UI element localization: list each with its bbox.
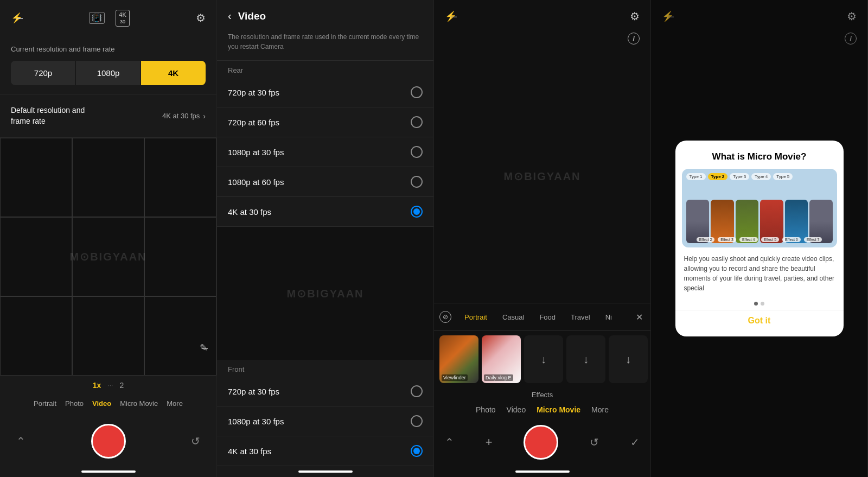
mode-item-photo[interactable]: Photo — [65, 399, 84, 408]
download-icon: ↓ — [541, 353, 546, 366]
filter-travel[interactable]: Travel — [563, 310, 598, 325]
rear-1080p-60fps-radio[interactable] — [411, 176, 423, 188]
modal-title: What is Micro Movie? — [675, 141, 844, 169]
watermark: M⊙BIGYAAN — [286, 287, 363, 300]
mode-item-more[interactable]: More — [167, 399, 183, 408]
flash-off-icon3[interactable]: ⚡̶ — [445, 10, 457, 22]
rear-720p-30fps-radio[interactable] — [411, 86, 423, 98]
modal-image-area: Type 1 Type 2 Type 3 Type 4 Type 5 — [682, 169, 837, 247]
type-tag-3[interactable]: Type 3 — [730, 173, 749, 180]
front-720p-30fps-radio[interactable] — [411, 385, 423, 397]
info-row: i — [434, 33, 650, 50]
info-icon[interactable]: i — [628, 33, 640, 44]
check-icon[interactable]: ✓ — [630, 436, 640, 449]
filter-casual[interactable]: Casual — [495, 310, 532, 325]
mode3-photo[interactable]: Photo — [476, 405, 496, 414]
rear-720p-30fps-option[interactable]: 720p at 30 fps — [217, 78, 433, 107]
flip-camera-icon[interactable]: ↺ — [191, 435, 200, 448]
panel2-header: ‹ Video — [217, 0, 433, 32]
phone-screen-6 — [809, 200, 833, 243]
mode-item-micromovie[interactable]: Micro Movie — [120, 399, 158, 408]
rear-1080p-30fps-radio[interactable] — [411, 146, 423, 158]
zoom-number[interactable]: 2 — [119, 381, 124, 390]
rear-4k-30fps-label: 4K at 30 fps — [228, 207, 271, 217]
type-tag-5[interactable]: Type 5 — [773, 173, 793, 180]
mode-item-portrait[interactable]: Portrait — [34, 399, 56, 408]
settings-icon[interactable]: ⚙ — [196, 11, 206, 24]
front-720p-30fps-option[interactable]: 720p at 30 fps — [217, 377, 433, 406]
thumbnail-download-2[interactable]: ↓ — [566, 335, 605, 383]
rear-4k-30fps-radio[interactable] — [411, 206, 423, 218]
rear-1080p-60fps-option[interactable]: 1080p at 60 fps — [217, 167, 433, 197]
download-icon: ↓ — [583, 353, 589, 366]
resolution-1080p-button[interactable]: 1080p — [76, 61, 141, 85]
filter-close-button[interactable]: ✕ — [628, 309, 650, 326]
resolution-button-group: 720p 1080p 4K — [11, 61, 206, 85]
panel-resolution-settings: ⚡̶ 📳 4K30 ⚙ Current resolution and frame… — [0, 0, 217, 477]
modal-phone-5 — [785, 200, 808, 243]
thumbnail-download-3[interactable]: ↓ — [609, 335, 648, 383]
type-tag-2[interactable]: Type 2 — [708, 173, 728, 180]
front-4k-30fps-option[interactable]: 4K at 30 fps — [217, 436, 433, 466]
filter-night[interactable]: Ni — [598, 310, 620, 325]
filter-food[interactable]: Food — [532, 310, 563, 325]
type-tag-4[interactable]: Type 4 — [751, 173, 771, 180]
modal-dot-1 — [754, 302, 758, 306]
nav-home-indicator — [81, 470, 136, 473]
got-it-button[interactable]: Got it — [675, 310, 844, 331]
back-button[interactable]: ‹ — [228, 10, 232, 22]
thumbnail-download-1[interactable]: ↓ — [524, 335, 563, 383]
record-button[interactable] — [91, 424, 126, 459]
bottom-actions3: ⌃ + ↺ ✓ — [434, 418, 650, 466]
rear-720p-60fps-radio[interactable] — [411, 116, 423, 128]
thumbnail-daily-vlog[interactable]: Daily vlog E — [482, 335, 521, 383]
gallery-icon3[interactable]: ⌃ — [445, 436, 454, 449]
record-button3[interactable] — [524, 425, 558, 460]
rear-720p-60fps-option[interactable]: 720p at 60 fps — [217, 107, 433, 137]
mode3-more[interactable]: More — [591, 405, 609, 414]
mode-item-video[interactable]: Video — [92, 399, 111, 408]
zoom-dots: ··· — [107, 381, 113, 389]
rear-1080p-60fps-label: 1080p at 60 fps — [228, 177, 284, 187]
edit-icon[interactable]: ✎̶ — [200, 342, 208, 354]
rear-section-title: Rear — [217, 61, 433, 78]
resolution-4k-button[interactable]: 4K — [141, 61, 206, 85]
modal-overlay: What is Micro Movie? Type 1 Type 2 Type … — [651, 0, 867, 477]
modal-phone-4 — [760, 200, 783, 243]
bottom-actions: ⌃ ↺ — [0, 416, 216, 466]
resolution-section-label: Current resolution and frame rate — [11, 45, 206, 53]
mode3-video[interactable]: Video — [507, 405, 526, 414]
add-icon[interactable]: + — [486, 435, 493, 449]
default-resolution-row[interactable]: Default resolution and frame rate 4K at … — [0, 94, 216, 137]
filter-portrait[interactable]: Portrait — [457, 310, 495, 325]
modal-type-bar: Type 1 Type 2 Type 3 Type 4 Type 5 — [686, 173, 833, 180]
effect-labels: Effect 2 Effect 3 Effect 4 Effect 5 Effe… — [682, 237, 837, 242]
vibrate-icon[interactable]: 📳 — [89, 12, 105, 24]
resolution-720p-button[interactable]: 720p — [11, 61, 76, 85]
flash-off-icon[interactable]: ⚡̶ — [11, 12, 23, 24]
phone-screen-4 — [760, 200, 783, 243]
settings-icon3[interactable]: ⚙ — [630, 10, 640, 23]
type-tag-1[interactable]: Type 1 — [686, 173, 706, 180]
resolution-badge[interactable]: 4K30 — [116, 10, 129, 27]
mode3-micromovie[interactable]: Micro Movie — [537, 405, 580, 414]
filter-crossed-icon[interactable]: ⊘ — [439, 311, 451, 323]
zoom-value[interactable]: 1x — [93, 381, 101, 390]
rear-720p-60fps-label: 720p at 60 fps — [228, 118, 279, 127]
modal-body-text: Help you easily shoot and quickly create… — [675, 247, 844, 297]
rear-4k-30fps-option[interactable]: 4K at 30 fps — [217, 197, 433, 227]
modal-phones — [686, 185, 833, 243]
gallery-icon[interactable]: ⌃ — [16, 435, 25, 448]
front-4k-30fps-radio[interactable] — [411, 445, 423, 457]
rear-1080p-30fps-option[interactable]: 1080p at 30 fps — [217, 137, 433, 167]
default-value-text: 4K at 30 fps — [162, 112, 200, 120]
thumb-viewfinder-label: Viewfinder — [442, 374, 468, 381]
phone-screen-2 — [711, 200, 734, 243]
camera-viewfinder3: M⊙BIGYAAN — [434, 50, 650, 303]
front-1080p-30fps-radio[interactable] — [411, 415, 423, 427]
bottom-controls: 1x ··· 2 Portrait Photo Video Micro Movi… — [0, 376, 216, 416]
mode-bar: Portrait Photo Video Micro Movie More — [11, 396, 206, 411]
front-1080p-30fps-option[interactable]: 1080p at 30 fps — [217, 406, 433, 436]
flip-icon3[interactable]: ↺ — [590, 436, 599, 449]
thumbnail-viewfinder[interactable]: Viewfinder — [439, 335, 478, 383]
